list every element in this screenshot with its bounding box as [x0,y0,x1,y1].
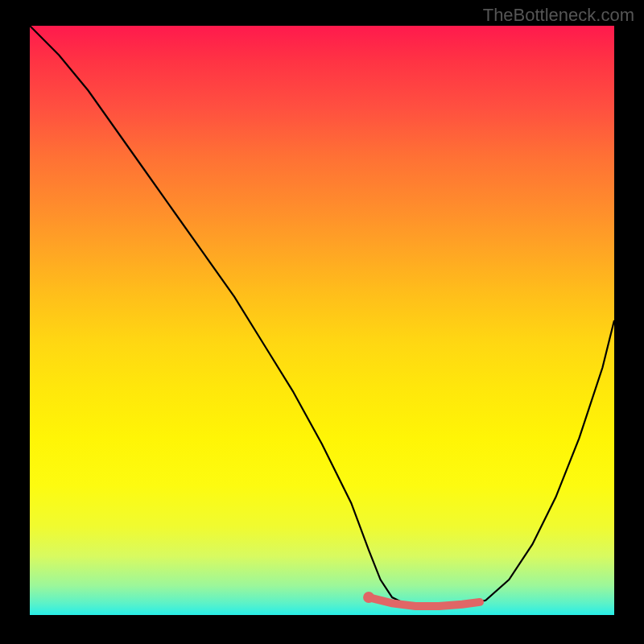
attribution-text: TheBottleneck.com [483,5,634,26]
optimal-zone-line [369,597,480,606]
chart-container: TheBottleneck.com [0,0,644,644]
plot-area [30,26,614,615]
chart-svg [30,26,614,615]
bottleneck-curve [30,26,614,606]
optimal-marker-icon [363,592,374,603]
